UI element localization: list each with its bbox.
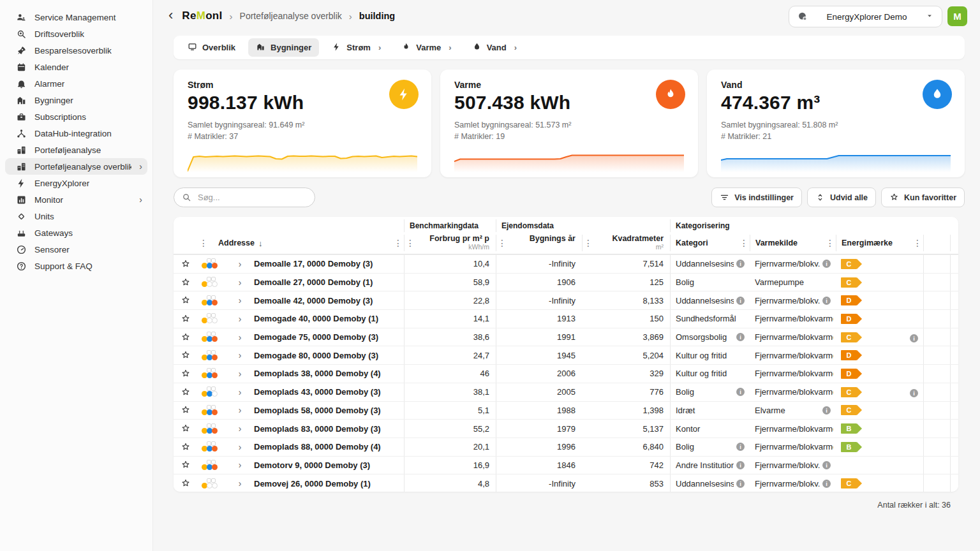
column-menu-icon[interactable]: ⋮ [392, 238, 404, 248]
favorite-star-button[interactable] [174, 457, 198, 474]
info-icon[interactable]: i [736, 461, 745, 469]
user-avatar[interactable]: M [947, 6, 967, 26]
favorite-star-button[interactable] [174, 420, 198, 437]
breadcrumb-section[interactable]: Porteføljeanalyse overblik [240, 11, 342, 21]
info-icon[interactable]: i [910, 334, 918, 342]
sidebar-item-portef-ljeanalyse[interactable]: Porteføljeanalyse [5, 142, 147, 158]
info-icon[interactable]: i [822, 461, 831, 469]
table-row[interactable]: ›Demoplads 83, 0000 Demoby (3)55,219795,… [174, 419, 958, 437]
table-row[interactable]: ›Demoplads 88, 0000 Demoby (4)20,119966,… [174, 437, 958, 456]
info-icon[interactable]: i [910, 389, 918, 397]
organization-select[interactable]: EnergyXplorer Demo [789, 6, 942, 27]
info-icon[interactable]: i [736, 480, 745, 488]
info-icon[interactable]: i [736, 297, 745, 305]
expand-row-chevron[interactable]: › [231, 383, 249, 401]
expand-row-chevron[interactable]: › [231, 365, 249, 383]
column-menu-icon[interactable]: ⋮ [405, 238, 416, 248]
sidebar-item-gateways[interactable]: Gateways [5, 224, 147, 241]
column-kvadratmeter[interactable]: ⋮Kvadratmeterm² [582, 235, 670, 251]
column-menu-icon[interactable]: ⋮ [583, 238, 594, 248]
expand-row-chevron[interactable]: › [231, 474, 249, 492]
sidebar-item-kalender[interactable]: Kalender [5, 59, 147, 75]
table-row[interactable]: ›Demoplads 58, 0000 Demoby (3)5,119881,3… [174, 401, 958, 420]
tab-varme[interactable]: Varme› [394, 38, 459, 57]
sidebar-item-energyxplorer[interactable]: EnergyXplorer [5, 175, 147, 191]
expand-row-chevron[interactable]: › [231, 310, 249, 328]
info-icon[interactable]: i [736, 333, 745, 341]
expand-row-chevron[interactable]: › [231, 328, 249, 346]
sidebar-item-subscriptions[interactable]: Subscriptions [5, 108, 147, 125]
sidebar-item-alarmer[interactable]: Alarmer [5, 75, 147, 92]
remoni-logo[interactable]: ReMonI [182, 10, 222, 22]
column-energimaerke[interactable]: Energimærke⋮ [836, 235, 923, 251]
info-icon[interactable]: i [822, 260, 831, 268]
info-icon[interactable]: i [822, 480, 831, 488]
favorite-star-button[interactable] [174, 274, 198, 291]
column-menu-icon[interactable]: ⋮ [824, 238, 836, 248]
table-row[interactable]: ›Demoalle 42, 0000 Demoby (3)22,8-Infini… [174, 291, 958, 309]
favorite-star-button[interactable] [174, 365, 198, 383]
tab-overblik[interactable]: Overblik [180, 38, 243, 57]
sidebar-item-sensorer[interactable]: Sensorer [5, 241, 147, 258]
expand-row-chevron[interactable]: › [231, 255, 249, 273]
favorite-star-button[interactable] [174, 310, 198, 328]
expand-row-chevron[interactable]: › [231, 346, 249, 364]
table-row[interactable]: ›Demogade 40, 0000 Demoby (1)14,11913150… [174, 309, 958, 328]
column-menu-icon[interactable]: ⋮ [912, 238, 923, 248]
info-icon[interactable]: i [822, 297, 831, 305]
favorite-star-button[interactable] [174, 291, 198, 309]
info-icon[interactable]: i [736, 260, 745, 268]
column-address[interactable]: ⋮Addresse↓⋮ [198, 235, 404, 251]
expand-row-chevron[interactable]: › [231, 291, 249, 309]
sidebar-item-besparelsesoverblik[interactable]: Besparelsesoverblik [5, 42, 147, 59]
favorite-star-button[interactable] [174, 474, 198, 492]
search-input[interactable] [197, 192, 307, 203]
table-row[interactable]: ›Demogade 75, 0000 Demoby (3)38,619913,8… [174, 328, 958, 346]
info-icon[interactable]: i [822, 406, 831, 415]
table-row[interactable]: ›Demotorv 9, 0000 Demoby (3)16,91846742A… [174, 456, 958, 474]
table-row[interactable]: ›Demoplads 38, 0000 Demoby (4)462006329K… [174, 364, 958, 383]
column-menu-icon[interactable]: ⋮ [198, 238, 209, 248]
favorite-star-button[interactable] [174, 402, 198, 420]
column-varmekilde[interactable]: Varmekilde⋮ [750, 235, 836, 251]
tab-bygninger[interactable]: Bygninger [248, 38, 319, 57]
expand-all-button[interactable]: Udvid alle [807, 187, 876, 207]
info-icon[interactable]: i [736, 388, 745, 396]
column-forbrug[interactable]: ⋮Forbrug pr m² pkWh/m [404, 235, 496, 251]
back-chevron-icon[interactable]: ‹ [168, 8, 173, 22]
column-byggeaar[interactable]: ⋮Bygnings år [496, 235, 582, 251]
sidebar-item-datahub-integration[interactable]: DataHub-integration [5, 125, 147, 142]
sidebar-item-label: Service Management [34, 13, 116, 22]
column-menu-icon[interactable]: ⋮ [738, 238, 750, 248]
column-kategori[interactable]: Kategori⋮ [670, 235, 750, 251]
favorite-star-button[interactable] [174, 346, 198, 364]
favorite-star-button[interactable] [174, 328, 198, 346]
expand-row-chevron[interactable]: › [231, 438, 249, 456]
sidebar-item-bygninger[interactable]: Bygninger [5, 92, 147, 108]
favorite-star-button[interactable] [174, 438, 198, 456]
sidebar-item-portef-ljeanalyse-overblik[interactable]: Porteføljeanalyse overblik› [5, 158, 147, 175]
favorite-star-button[interactable] [174, 255, 198, 273]
favorites-only-button[interactable]: Kun favoritter [881, 187, 965, 207]
expand-row-chevron[interactable]: › [231, 457, 249, 474]
expand-row-chevron[interactable]: › [231, 420, 249, 437]
tab-vand[interactable]: Vand› [464, 38, 524, 57]
expand-row-chevron[interactable]: › [231, 402, 249, 420]
sort-descending-icon[interactable]: ↓ [258, 239, 263, 248]
sidebar-item-service-management[interactable]: Service Management [5, 9, 147, 26]
expand-row-chevron[interactable]: › [231, 274, 249, 291]
sidebar-item-driftsoverblik[interactable]: Driftsoverblik [5, 26, 147, 42]
table-row[interactable]: ›Demoplads 43, 0000 Demoby (3)38,1200577… [174, 383, 958, 401]
favorite-star-button[interactable] [174, 383, 198, 401]
tab-str-m[interactable]: Strøm› [324, 38, 389, 57]
table-row[interactable]: ›Demoalle 27, 0000 Demoby (1)58,91906125… [174, 273, 958, 291]
sidebar-item-support-faq[interactable]: Support & FAQ [5, 258, 147, 274]
table-row[interactable]: ›Demovej 26, 0000 Demoby (1)4,8-Infinity… [174, 474, 958, 492]
sidebar-item-monitor[interactable]: Monitor› [5, 191, 147, 208]
view-settings-button[interactable]: Vis indstillinger [711, 187, 802, 207]
info-icon[interactable]: i [736, 443, 745, 451]
column-menu-icon[interactable]: ⋮ [496, 238, 508, 248]
table-row[interactable]: ›Demoalle 17, 0000 Demoby (3)10,4-Infini… [174, 254, 958, 273]
table-row[interactable]: ›Demogade 80, 0000 Demoby (3)24,719455,2… [174, 346, 958, 364]
sidebar-item-units[interactable]: Units [5, 208, 147, 224]
